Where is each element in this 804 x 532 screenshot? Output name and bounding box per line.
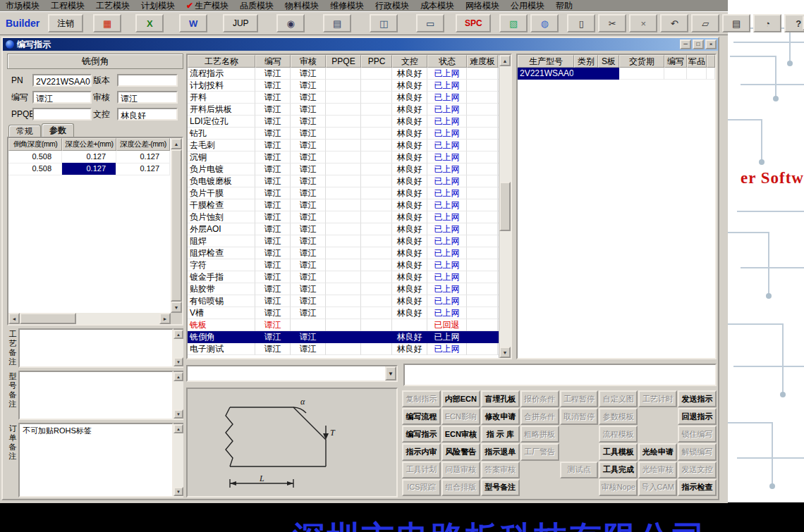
action-button[interactable]: 工具计划 [402, 462, 441, 478]
new-doc-icon[interactable]: ▯ [567, 14, 595, 32]
pn-input[interactable]: 2V221WSAA0 [32, 74, 92, 87]
delete-icon[interactable]: × [629, 14, 657, 32]
scrollbar-thumb[interactable] [499, 182, 511, 231]
help-icon[interactable]: ? [784, 14, 804, 32]
action-button[interactable]: 工具完成 [599, 462, 638, 478]
word-icon[interactable]: W [179, 14, 207, 32]
chevron-down-icon[interactable]: ▼ [385, 366, 396, 381]
action-button[interactable]: 自定义图 [599, 390, 638, 407]
action-button[interactable]: 指示检查 [678, 479, 717, 496]
action-button[interactable]: 发送文控 [678, 462, 717, 478]
action-button[interactable]: ICS跟踪 [402, 479, 441, 496]
column-header[interactable]: 倒角深度(mm) [8, 138, 62, 151]
action-button[interactable]: 回退指示 [678, 408, 717, 425]
action-button[interactable]: 编写指示 [402, 426, 441, 443]
action-button[interactable]: 合拼条件 [520, 408, 559, 425]
action-button[interactable]: 问题审核 [441, 462, 480, 478]
process-row[interactable]: 有铅喷锡谭江谭江林良好已上网 [188, 295, 499, 307]
maximize-button[interactable]: □ [693, 39, 704, 49]
note-input[interactable] [403, 364, 717, 386]
process-row[interactable]: 流程指示谭江谭江林良好已上网 [188, 68, 499, 80]
users-icon[interactable]: ◫ [370, 14, 398, 32]
menu-item[interactable]: 市场模块 [0, 0, 45, 12]
remark-textarea[interactable] [18, 328, 173, 368]
menu-item[interactable]: ✔生产模块 [181, 0, 234, 12]
menu-item[interactable]: 工艺模块 [90, 0, 135, 12]
process-row[interactable]: 开料谭江谭江林良好已上网 [188, 92, 499, 104]
column-header[interactable]: 工艺名称 [188, 55, 255, 68]
process-row[interactable]: 镀金手指谭江谭江林良好已上网 [188, 271, 499, 283]
process-row[interactable]: 负片蚀刻谭江谭江林良好已上网 [188, 211, 499, 223]
scroll-up-icon[interactable]: ▲ [499, 55, 511, 66]
process-row[interactable]: 负电镀磨板谭江谭江林良好已上网 [188, 175, 499, 187]
action-button[interactable]: 修改申请 [481, 408, 520, 425]
action-button[interactable]: 工厂警告 [520, 443, 559, 460]
scroll-down-icon[interactable]: ▼ [173, 487, 183, 496]
menu-item[interactable]: 公用模块 [505, 0, 550, 12]
process-row[interactable]: 干膜检查谭江谭江林良好已上网 [188, 199, 499, 211]
action-button[interactable]: 光绘审核 [638, 462, 677, 478]
menu-item[interactable]: 计划模块 [135, 0, 181, 12]
action-button[interactable]: 指示退单 [481, 443, 520, 460]
scroll-down-icon[interactable]: ▼ [499, 347, 511, 358]
process-row[interactable]: 贴胶带谭江谭江林良好已上网 [188, 283, 499, 295]
process-row[interactable]: 沉铜谭江谭江林良好已上网 [188, 151, 499, 163]
column-header[interactable]: 编写 [255, 55, 291, 68]
action-button[interactable]: 粗略拼板 [520, 426, 559, 443]
param-row[interactable]: 0.5080.1270.127 [8, 151, 171, 163]
excel-icon[interactable]: X [135, 14, 164, 32]
column-header[interactable]: S板 [598, 55, 619, 68]
action-button[interactable]: 解锁编写 [678, 443, 717, 460]
action-button[interactable]: 风险警告 [441, 443, 480, 460]
action-button[interactable]: 测试点 [560, 462, 599, 478]
action-button[interactable]: 报价条件 [520, 390, 559, 407]
column-header[interactable]: PPQE [326, 55, 361, 68]
scroll-up-icon[interactable]: ▲ [173, 330, 183, 339]
spc-button[interactable]: SPC [456, 14, 491, 32]
process-row[interactable]: 外层AOI谭江谭江林良好已上网 [188, 223, 499, 235]
action-button[interactable]: 工程暂停 [560, 390, 599, 407]
menu-item[interactable]: 行政模块 [370, 0, 415, 12]
action-button[interactable]: 工具模板 [599, 443, 638, 460]
column-header[interactable]: PPC [361, 55, 392, 68]
logout-button[interactable]: 注销 [48, 14, 83, 32]
param-hscrollbar[interactable]: ◄ ► [8, 313, 171, 324]
auditor-input[interactable]: 谭江 [117, 91, 178, 104]
close-button[interactable]: × [705, 39, 717, 49]
scroll-right-icon[interactable]: ► [159, 313, 171, 324]
scroll-up-icon[interactable]: ▲ [173, 424, 183, 433]
column-header[interactable]: 编写 [664, 55, 687, 68]
scrollbar-thumb[interactable] [171, 149, 182, 302]
column-header[interactable]: 审核 [291, 55, 326, 68]
action-button[interactable]: 导入CAM [638, 479, 677, 496]
image-icon[interactable]: ▧ [499, 14, 528, 32]
menu-item[interactable]: 物料模块 [279, 0, 324, 12]
param-row[interactable]: 0.5080.1270.127 [8, 163, 171, 175]
remark-textarea[interactable]: 不可加贴ROHS标签 [18, 423, 173, 497]
process-row[interactable]: 铣板谭江已回退 [188, 319, 499, 331]
menu-item[interactable]: 工程模块 [45, 0, 90, 12]
action-button[interactable]: 光绘申请 [638, 443, 677, 460]
action-button[interactable]: 审核Nope [599, 479, 638, 496]
column-header[interactable]: 生产型号 [518, 55, 574, 68]
action-button[interactable]: 盲埋孔板 [481, 390, 520, 407]
undo-icon[interactable]: ↶ [660, 14, 688, 32]
action-button[interactable]: 组合排版 [441, 479, 480, 496]
scroll-down-icon[interactable]: ▼ [173, 409, 183, 419]
action-button[interactable]: 工艺计时 [638, 390, 677, 407]
column-header[interactable]: 深度公差-(mm) [116, 138, 170, 151]
action-button[interactable]: ECN影响 [441, 408, 480, 425]
column-header[interactable]: 状态 [427, 55, 467, 68]
action-button[interactable]: 型号备注 [481, 479, 520, 496]
action-button[interactable]: 答案审核 [481, 462, 520, 478]
action-button[interactable]: 锁住编写 [678, 426, 717, 443]
ppqe-input[interactable] [32, 108, 92, 120]
doc-input[interactable]: 林良好 [117, 108, 178, 120]
print-icon[interactable]: ▤ [722, 14, 750, 32]
process-row[interactable]: 负片电镀谭江谭江林良好已上网 [188, 163, 499, 175]
grid-icon[interactable]: ▦ [93, 14, 121, 32]
remark-textarea[interactable] [18, 371, 173, 420]
scroll-left-icon[interactable]: ◄ [8, 313, 20, 324]
cut-icon[interactable]: ✂ [598, 14, 626, 32]
process-row[interactable]: 开料后烘板谭江谭江林良好已上网 [188, 104, 499, 116]
